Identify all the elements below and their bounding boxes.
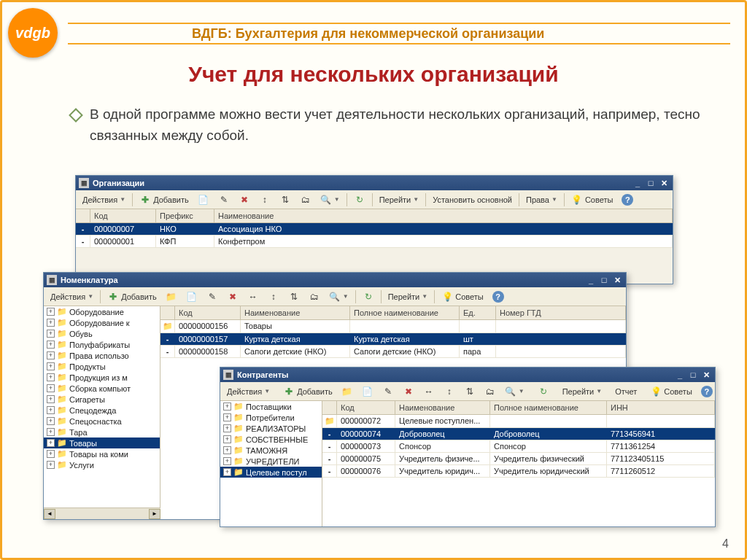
expand-icon[interactable]: + (47, 362, 55, 370)
add-button[interactable]: ✚Добавить (136, 192, 193, 208)
tree[interactable]: +📁Поставщики+📁Потребители+📁РЕАЛИЗАТОРЫ+📁… (220, 401, 322, 526)
table-row[interactable]: -000000073СпонсорСпонсор7711361254 (322, 440, 715, 453)
col-unit[interactable]: Ед. (460, 306, 496, 319)
tips-button[interactable]: 💡Советы (646, 384, 695, 400)
tool-icon-4[interactable]: ✖ (223, 289, 242, 305)
tree-item[interactable]: +📁Оборудование к (44, 317, 160, 328)
tool-icon-5[interactable]: ↔ (419, 384, 438, 400)
report-button[interactable]: Отчет (611, 385, 640, 398)
add-button[interactable]: ✚Добавить (279, 384, 336, 400)
tree-item[interactable]: +📁Спецоснастка (44, 416, 160, 427)
tool-icon-6[interactable]: ↕ (440, 384, 459, 400)
maximize-button[interactable]: □ (598, 275, 610, 285)
set-main-button[interactable]: Установить основной (429, 193, 516, 206)
tool-icon-7[interactable]: ⇅ (460, 384, 479, 400)
tool-icon-3[interactable]: ✖ (235, 192, 254, 208)
table-row[interactable]: -000000075Учредитель физиче...Учредитель… (322, 453, 715, 465)
minimize-button[interactable]: _ (632, 178, 643, 188)
tool-icon-10[interactable]: ↻ (359, 289, 378, 305)
help-button[interactable]: ? (618, 192, 637, 208)
col-full[interactable]: Полное наименование (350, 306, 460, 319)
expand-icon[interactable]: + (47, 417, 55, 425)
minimize-button[interactable]: _ (674, 370, 686, 380)
tool-icon-9[interactable]: 🔍▼ (501, 384, 528, 400)
col-name[interactable]: Наименование (241, 306, 350, 319)
actions-menu[interactable]: Действия▼ (47, 290, 97, 303)
col-code[interactable]: Код (175, 306, 241, 319)
tool-icon-4[interactable]: ↕ (255, 192, 274, 208)
tree-item[interactable]: +📁Полуфабрикаты (44, 339, 160, 350)
col-prefix[interactable]: Префикс (156, 209, 214, 222)
minimize-button[interactable]: _ (585, 275, 597, 285)
goto-button[interactable]: Перейти▼ (559, 385, 606, 398)
maximize-button[interactable]: □ (645, 178, 657, 188)
tool-icon-6[interactable]: 🗂 (296, 192, 315, 208)
tips-button[interactable]: 💡Советы (438, 289, 487, 305)
expand-icon[interactable]: + (223, 446, 231, 454)
col-full[interactable]: Полное наименование (490, 401, 607, 414)
expand-icon[interactable]: + (47, 373, 55, 381)
titlebar[interactable]: ▦ Организации _ □ ✕ (76, 176, 673, 190)
help-button[interactable]: ? (489, 289, 508, 305)
tree-item[interactable]: +📁Целевые постул (220, 467, 322, 478)
tool-icon-2[interactable]: ✎ (214, 192, 233, 208)
tool-icon-8[interactable]: 🗂 (481, 384, 500, 400)
table-row[interactable]: -000000007НКОАссоциация НКО (76, 223, 673, 236)
tree-item[interactable]: +📁Сигареты (44, 394, 160, 405)
expand-icon[interactable]: + (223, 457, 231, 465)
titlebar[interactable]: ▦ Контрагенты _ □ ✕ (220, 368, 715, 382)
expand-icon[interactable]: + (223, 468, 231, 476)
col-name[interactable]: Наименование (395, 401, 490, 414)
expand-icon[interactable]: + (47, 341, 55, 349)
expand-icon[interactable]: + (47, 439, 55, 447)
close-button[interactable]: ✕ (700, 370, 712, 380)
actions-menu[interactable]: Действия▼ (79, 193, 129, 206)
tree-item[interactable]: +📁УЧРЕДИТЕЛИ (220, 456, 322, 467)
goto-button[interactable]: Перейти▼ (376, 193, 423, 206)
rights-button[interactable]: Права▼ (522, 193, 561, 206)
tree[interactable]: +📁Оборудование+📁Оборудование к+📁Обувь+📁П… (44, 306, 160, 519)
tree-item[interactable]: +📁Обувь (44, 328, 160, 339)
tips-button[interactable]: 💡Советы (568, 192, 616, 208)
table-row[interactable]: -000000074ДоброволецДоброволец7713456941 (322, 428, 715, 440)
col-code[interactable]: Код (337, 401, 395, 414)
tool-icon-8[interactable]: 🗂 (305, 289, 324, 305)
tool-icon-6[interactable]: ↕ (264, 289, 283, 305)
col-name[interactable]: Наименование (214, 209, 673, 222)
tool-icon-5[interactable]: ⇅ (276, 192, 295, 208)
help-button[interactable]: ? (697, 384, 716, 400)
tool-icon-10[interactable]: ↻ (534, 384, 553, 400)
add-button[interactable]: ✚Добавить (104, 289, 160, 305)
tree-item[interactable]: +📁Услуги (44, 459, 160, 470)
tree-item[interactable]: +📁Поставщики (220, 401, 322, 412)
tree-item[interactable]: +📁Тара (44, 427, 160, 438)
expand-icon[interactable]: + (47, 428, 55, 436)
tool-icon-3[interactable]: ✎ (379, 384, 398, 400)
tree-item[interactable]: +📁Продукция из м (44, 372, 160, 383)
expand-icon[interactable]: + (47, 330, 55, 338)
tree-item[interactable]: +📁Товары на коми (44, 448, 160, 459)
expand-icon[interactable]: + (47, 308, 55, 316)
tree-item[interactable]: +📁Продукты (44, 361, 160, 372)
table-row[interactable]: 📁00000000156Товары (160, 320, 626, 333)
titlebar[interactable]: ▦ Номенклатура _ □ ✕ (44, 273, 626, 287)
maximize-button[interactable]: □ (687, 370, 699, 380)
tool-icon-2[interactable]: 📄 (182, 289, 201, 305)
expand-icon[interactable]: + (47, 406, 55, 414)
tree-item[interactable]: +📁Оборудование (44, 306, 160, 317)
tool-icon-5[interactable]: ↔ (244, 289, 263, 305)
tree-item[interactable]: +📁Сборка компьют (44, 383, 160, 394)
expand-icon[interactable]: + (47, 319, 55, 327)
expand-icon[interactable]: + (47, 395, 55, 403)
expand-icon[interactable]: + (47, 450, 55, 458)
tool-icon-9[interactable]: 🔍▼ (325, 289, 352, 305)
col-gtd[interactable]: Номер ГТД (496, 306, 626, 319)
tool-icon-4[interactable]: ✖ (399, 384, 418, 400)
tool-icon-1[interactable]: 📁 (338, 384, 357, 400)
expand-icon[interactable]: + (223, 402, 231, 411)
tool-icon-1[interactable]: 📄 (194, 192, 213, 208)
expand-icon[interactable]: + (223, 413, 231, 421)
expand-icon[interactable]: + (223, 435, 231, 443)
close-button[interactable]: ✕ (611, 275, 623, 285)
tool-icon-2[interactable]: 📄 (358, 384, 377, 400)
